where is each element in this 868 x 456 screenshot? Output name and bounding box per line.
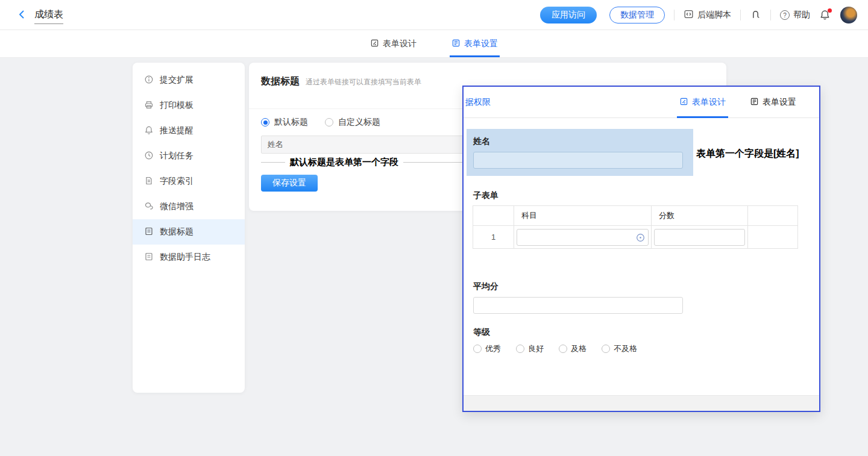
preview-header: 据权限 表单设计 表单设置 xyxy=(464,87,819,118)
form-title[interactable]: 成绩表 xyxy=(34,8,63,24)
radio-unchecked-icon xyxy=(473,345,482,353)
grade-label: 等级 xyxy=(473,327,490,338)
subform-table: 科目 分数 1 xyxy=(473,205,798,249)
data-permission-tab[interactable]: 据权限 xyxy=(465,97,491,108)
avatar[interactable] xyxy=(840,7,857,23)
preview-tab-form-design[interactable]: 表单设计 xyxy=(679,87,726,118)
sidebar-item-label: 数据助手日志 xyxy=(160,252,210,263)
grade-option-fail[interactable]: 不及格 xyxy=(602,343,637,354)
main-tabbar: 表单设计 表单设置 xyxy=(0,30,868,58)
preview-tabs: 表单设计 表单设置 xyxy=(679,87,796,118)
grade-option-label: 优秀 xyxy=(485,343,501,354)
select-data-icon[interactable] xyxy=(636,233,645,244)
row-number-cell: 1 xyxy=(473,226,514,249)
sidebar-item-label: 字段索引 xyxy=(160,176,193,187)
subform-label: 子表单 xyxy=(473,190,498,201)
divider xyxy=(674,10,675,20)
name-field-label: 姓名 xyxy=(473,136,490,147)
form-design-icon xyxy=(679,97,688,108)
app-window: 成绩表 应用访问 数据管理 后端脚本 ? 帮助 xyxy=(0,0,868,456)
tab-form-design[interactable]: 表单设计 xyxy=(370,30,417,57)
list-icon xyxy=(144,252,154,263)
preview-footer xyxy=(464,395,819,411)
backend-script-button[interactable]: 后端脚本 xyxy=(684,9,731,21)
sidebar-item-data-assistant-log[interactable]: 数据助手日志 xyxy=(133,245,245,270)
help-label: 帮助 xyxy=(793,10,810,20)
radio-label: 自定义标题 xyxy=(338,117,380,128)
form-settings-icon xyxy=(750,97,759,108)
backend-script-label: 后端脚本 xyxy=(697,10,731,20)
integration-icon[interactable] xyxy=(750,8,761,22)
sidebar-item-print-template[interactable]: 打印模板 xyxy=(133,93,245,118)
divider xyxy=(740,10,741,20)
radio-custom-title[interactable]: 自定义标题 xyxy=(325,117,380,128)
code-icon xyxy=(684,9,694,21)
subject-column-header: 科目 xyxy=(514,206,652,226)
data-manage-button[interactable]: 数据管理 xyxy=(609,7,665,23)
subform-header-row: 科目 分数 xyxy=(473,206,798,226)
sidebar-item-label: 数据标题 xyxy=(160,226,193,237)
sidebar-item-data-title[interactable]: 数据标题 xyxy=(133,219,245,245)
tab-label: 表单设计 xyxy=(692,97,726,108)
row-number-header xyxy=(473,206,514,226)
grade-option-excellent[interactable]: 优秀 xyxy=(473,343,501,354)
radio-label: 默认标题 xyxy=(274,117,308,128)
sidebar-item-scheduled-task[interactable]: 计划任务 xyxy=(133,143,245,169)
sidebar-item-label: 微信增强 xyxy=(160,201,193,212)
average-label: 平均分 xyxy=(473,281,498,292)
grade-options: 优秀 良好 及格 不及格 xyxy=(473,343,637,354)
radio-default-title[interactable]: 默认标题 xyxy=(261,117,308,128)
panel-title: 数据标题 xyxy=(261,75,300,88)
list-icon xyxy=(144,226,154,238)
subject-input[interactable] xyxy=(517,229,649,246)
sidebar-item-submit-extension[interactable]: 提交扩展 xyxy=(133,67,245,93)
clock-icon xyxy=(144,151,154,162)
header-actions: 应用访问 数据管理 后端脚本 ? 帮助 xyxy=(540,0,857,30)
score-cell xyxy=(652,226,748,249)
tab-label: 表单设置 xyxy=(464,39,498,49)
preview-tab-form-settings[interactable]: 表单设置 xyxy=(750,87,796,118)
sidebar-item-field-index[interactable]: 字段索引 xyxy=(133,169,245,194)
sidebar-item-label: 计划任务 xyxy=(160,151,193,161)
radio-unchecked-icon xyxy=(325,118,333,126)
notifications-button[interactable] xyxy=(819,9,831,21)
radio-checked-icon xyxy=(261,118,269,126)
form-settings-icon xyxy=(451,39,461,49)
radio-unchecked-icon xyxy=(559,345,567,353)
preview-annotation: 表单第一个字段是[姓名] xyxy=(696,148,799,160)
subform-row: 1 xyxy=(473,226,798,249)
help-button[interactable]: ? 帮助 xyxy=(780,10,810,20)
sidebar-item-label: 提交扩展 xyxy=(160,75,193,86)
form-preview-window: 据权限 表单设计 表单设置 姓名 表单第一个字段是[姓名] 子 xyxy=(462,86,820,412)
name-input[interactable] xyxy=(473,152,683,169)
grade-option-good[interactable]: 良好 xyxy=(516,343,544,354)
actions-cell xyxy=(748,226,798,249)
subject-cell xyxy=(514,226,652,249)
sidebar-item-label: 打印模板 xyxy=(160,100,193,111)
actions-column-header xyxy=(748,206,798,226)
form-design-icon xyxy=(370,39,379,49)
annotation-text: 默认标题是表单第一个字段 xyxy=(285,155,403,169)
info-icon xyxy=(144,75,154,86)
app-access-button[interactable]: 应用访问 xyxy=(540,7,597,23)
panel-header: 数据标题 通过表单链接可以直接填写当前表单 xyxy=(261,75,421,88)
settings-sidebar: 提交扩展 打印模板 推送提醒 计划任务 字段索引 微信增强 数据标题 数据助手 xyxy=(133,63,245,393)
average-input[interactable] xyxy=(473,297,683,314)
bell-icon xyxy=(144,125,154,137)
grade-option-pass[interactable]: 及格 xyxy=(559,343,587,354)
sidebar-item-wechat-enhance[interactable]: 微信增强 xyxy=(133,194,245,219)
save-settings-button[interactable]: 保存设置 xyxy=(261,175,318,192)
panel-hint: 通过表单链接可以直接填写当前表单 xyxy=(306,77,421,87)
back-button[interactable] xyxy=(16,9,28,21)
tab-form-settings[interactable]: 表单设置 xyxy=(451,30,498,57)
grade-option-label: 及格 xyxy=(571,343,587,354)
radio-unchecked-icon xyxy=(602,345,610,353)
header: 成绩表 应用访问 数据管理 后端脚本 ? 帮助 xyxy=(0,0,868,30)
score-column-header: 分数 xyxy=(652,206,748,226)
radio-unchecked-icon xyxy=(516,345,524,353)
score-input[interactable] xyxy=(654,229,745,246)
printer-icon xyxy=(144,100,154,111)
document-icon xyxy=(144,176,154,187)
grade-option-label: 良好 xyxy=(528,343,544,354)
sidebar-item-push-reminder[interactable]: 推送提醒 xyxy=(133,118,245,143)
